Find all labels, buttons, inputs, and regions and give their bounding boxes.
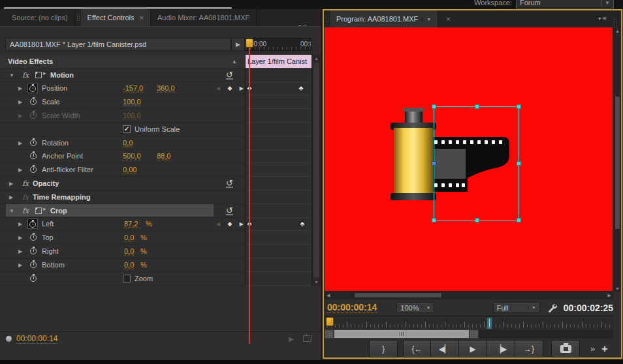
prev-keyframe-icon[interactable]: ◀ <box>216 85 220 91</box>
fx-badge-icon[interactable]: fx <box>22 179 29 188</box>
scrollbar-thumb[interactable] <box>615 96 620 230</box>
triangle-right-icon[interactable]: ▶ <box>9 194 13 200</box>
reset-icon[interactable]: ↺ <box>226 70 233 79</box>
handle-bottom-left[interactable] <box>432 218 436 222</box>
prev-keyframe-icon[interactable]: ◀ <box>216 221 220 227</box>
scroll-up-icon[interactable]: ▲ <box>615 29 620 33</box>
position-row[interactable]: ▶ Position -157,0 360,0 ◀ ◆ ▶ <box>0 82 245 96</box>
zoom-level-select[interactable]: 100% ▼ <box>396 302 434 313</box>
opacity-label[interactable]: Opacity <box>33 179 59 187</box>
scrollbar-thumb[interactable] <box>334 329 470 339</box>
stopwatch-icon[interactable] <box>30 140 37 146</box>
clip-bar[interactable]: Layer 1/film Canist <box>246 55 312 68</box>
add-keyframe-icon[interactable]: ◆ <box>228 220 232 227</box>
anti-flicker-value[interactable]: 0,00 <box>123 166 136 174</box>
clip-header[interactable]: AA081801.MXF * Layer 1/film Canister.psd <box>5 38 231 51</box>
stopwatch-icon[interactable] <box>30 262 37 268</box>
play-audio-icon[interactable]: ▶ <box>289 335 294 342</box>
handle-top-right[interactable] <box>517 104 521 109</box>
time-remapping-label[interactable]: Time Remapping <box>33 193 90 201</box>
pg-playhead-marker[interactable] <box>326 317 334 326</box>
pg-zoom-scrollbar[interactable] <box>325 329 613 339</box>
handle-top-left[interactable] <box>432 104 436 109</box>
stopwatch-icon[interactable] <box>30 153 37 159</box>
export-icon[interactable] <box>303 335 312 342</box>
handle-bottom-center[interactable] <box>475 218 479 222</box>
triangle-right-icon[interactable]: ▶ <box>18 235 22 241</box>
anchor-y-value[interactable]: 88,0 <box>157 152 170 160</box>
button-editor-plus-button[interactable]: + <box>601 343 607 355</box>
crop-right-value[interactable]: 0,0 <box>124 247 134 256</box>
triangle-right-icon[interactable]: ▶ <box>18 262 22 267</box>
go-to-out-button[interactable]: →} <box>515 340 543 357</box>
scroll-down-icon[interactable]: ▼ <box>314 280 319 284</box>
ec-playhead-marker[interactable] <box>246 38 253 48</box>
playback-quality-select[interactable]: Full ▼ <box>493 302 540 313</box>
triangle-down-icon[interactable]: ▼ <box>9 72 14 78</box>
scroll-up-icon[interactable]: ▲ <box>314 56 319 61</box>
next-keyframe-icon[interactable]: ▶ <box>240 85 244 91</box>
triangle-down-icon[interactable]: ▼ <box>9 207 14 213</box>
triangle-right-icon[interactable]: ▶ <box>9 181 13 187</box>
playhead-line[interactable] <box>249 46 250 344</box>
crop-top-value[interactable]: 0,0 <box>124 234 134 242</box>
stopwatch-icon[interactable] <box>30 248 37 254</box>
clip-header-expand-button[interactable]: ▶ <box>231 38 245 51</box>
crop-label[interactable]: Crop <box>50 207 67 215</box>
triangle-right-icon[interactable]: ▶ <box>18 221 22 227</box>
stopwatch-icon[interactable] <box>27 219 38 229</box>
pg-vertical-scrollbar[interactable]: ▲ ▼ <box>613 27 622 292</box>
rotation-value[interactable]: 0,0 <box>123 138 133 147</box>
opacity-group-row[interactable]: ▶ fx Opacity ↺ <box>0 177 245 190</box>
motion-label[interactable]: Motion <box>50 71 74 79</box>
crop-selection-box[interactable] <box>434 106 519 220</box>
go-to-in-button[interactable]: {← <box>403 340 431 357</box>
position-y-value[interactable]: 360,0 <box>157 84 175 93</box>
motion-group-row[interactable]: ▼ fx Motion ↺ <box>0 68 245 82</box>
scroll-right-icon[interactable]: ▶ <box>608 293 611 298</box>
ec-vertical-scrollbar[interactable]: ▲ ▼ <box>312 55 321 286</box>
crop-bottom-value[interactable]: 0,0 <box>124 260 134 269</box>
handle-bottom-right[interactable] <box>517 218 521 222</box>
step-back-button[interactable]: ◀▏ <box>431 340 459 357</box>
crop-left-value[interactable]: 87,2 <box>124 220 138 228</box>
ec-timeline-ruler[interactable]: 00:00 00:00 <box>245 38 312 51</box>
scale-value[interactable]: 100,0 <box>123 98 141 106</box>
more-controls-button[interactable]: » <box>590 344 595 354</box>
tab-program[interactable]: Program: AA081801.MXF ▼ <box>330 10 438 27</box>
anchor-point-row[interactable]: Anchor Point 500,0 88,0 <box>0 150 245 164</box>
position-x-value[interactable]: -157,0 <box>123 84 143 93</box>
scrollbar-thumb[interactable] <box>354 292 442 298</box>
play-button[interactable]: ▶ <box>459 340 487 357</box>
crop-left-row[interactable]: ▶ Left 87,2 % ◀ ◆ ▶ <box>0 218 245 232</box>
triangle-right-icon[interactable]: ▶ <box>18 85 22 91</box>
tab-program-close[interactable]: × <box>438 10 456 27</box>
triangle-right-icon[interactable]: ▶ <box>18 167 22 173</box>
tab-audio-mixer[interactable]: Audio Mixer: AA081801.MXF <box>151 9 257 26</box>
anchor-x-value[interactable]: 500,0 <box>123 152 141 160</box>
reset-icon[interactable]: ↺ <box>226 179 233 188</box>
scroll-left-icon[interactable]: ◀ <box>327 293 330 298</box>
marker-handle[interactable] <box>487 317 492 329</box>
mark-out-button[interactable]: } <box>369 340 398 357</box>
stopwatch-icon[interactable] <box>30 275 37 282</box>
scrollbar-grip[interactable] <box>470 329 479 339</box>
collapse-section-icon[interactable]: ▲ <box>232 58 237 64</box>
settings-wrench-icon[interactable] <box>547 303 557 313</box>
ec-current-timecode[interactable]: 00:00:00:14 <box>16 334 57 344</box>
triangle-right-icon[interactable]: ▶ <box>18 140 22 145</box>
workspace-select[interactable]: Forum ▼ <box>516 0 614 8</box>
scrollbar-grip[interactable] <box>325 329 334 339</box>
keyframe-diamond[interactable] <box>298 220 306 228</box>
handle-mid-right[interactable] <box>517 161 521 166</box>
crop-group-row[interactable]: ▼ fx Crop ↺ <box>0 204 245 218</box>
handle-mid-left[interactable] <box>432 161 436 166</box>
keyframe-diamond[interactable] <box>297 85 304 92</box>
time-remapping-group-row[interactable]: ▶ fx Time Remapping <box>0 190 245 204</box>
stopwatch-icon[interactable] <box>30 166 37 173</box>
pg-panel-menu-button[interactable]: ▼ ≡ <box>598 14 606 22</box>
scroll-down-icon[interactable]: ▼ <box>615 286 620 291</box>
pg-horizontal-scrollbar[interactable]: ◀ ▶ <box>325 291 613 299</box>
rotation-row[interactable]: ▶ Rotation 0,0 <box>0 136 245 150</box>
chevron-down-icon[interactable]: ▼ <box>422 17 431 22</box>
